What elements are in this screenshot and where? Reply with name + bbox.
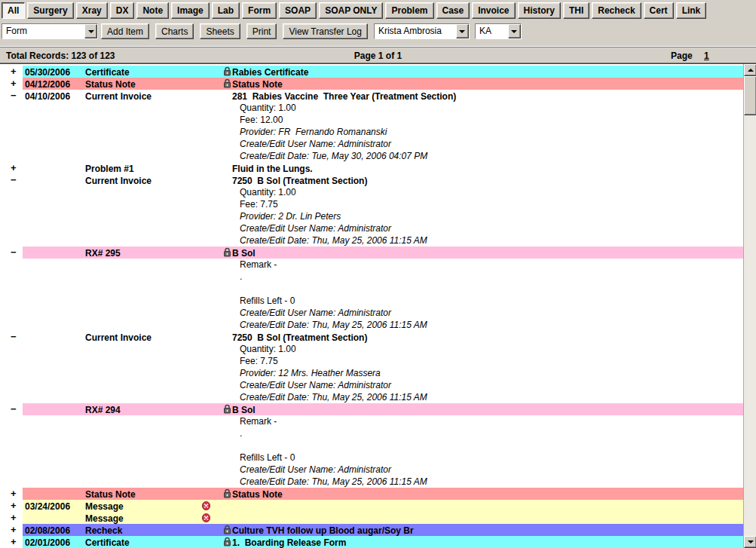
record: +04/12/2006Status NoteStatus Note xyxy=(0,78,743,90)
record-detail-line: Create/Edit Date: Tue, May 30, 2006 04:0… xyxy=(0,150,743,162)
record-title: Status Note xyxy=(232,488,283,501)
initials-select[interactable]: KA xyxy=(475,23,522,39)
category-tab-bar: AllSurgeryXrayDXNoteImageLabFormSOAPSOAP… xyxy=(0,0,756,21)
record-row-line[interactable]: 02/01/2006Certificate1. Boarding Release… xyxy=(23,536,743,548)
tab-surgery[interactable]: Surgery xyxy=(27,2,73,19)
record-row-line[interactable]: Message xyxy=(23,512,743,524)
collapse-icon[interactable]: − xyxy=(11,246,23,258)
record: −RX# 294B SolRemark -.Refills Left - 0Cr… xyxy=(0,403,743,488)
record-detail-line: Create/Edit User Name: Administrator xyxy=(0,222,743,234)
add-item-button[interactable]: Add Item xyxy=(101,23,149,39)
tab-dx[interactable]: DX xyxy=(110,2,135,19)
arrow-up-icon xyxy=(748,69,754,72)
record-title: Fluid in the Lungs. xyxy=(232,163,313,175)
tab-note[interactable]: Note xyxy=(136,2,169,19)
chevron-down-icon[interactable] xyxy=(508,24,521,38)
tab-form[interactable]: Form xyxy=(242,2,277,19)
record-row-line[interactable]: 02/08/2006RecheckCulture TVH follow up B… xyxy=(23,524,743,536)
collapse-icon[interactable]: − xyxy=(11,90,23,101)
record-detail-line: Quantity: 1.00 xyxy=(0,186,743,198)
lock-icon xyxy=(223,247,231,260)
expand-icon[interactable]: + xyxy=(11,78,23,89)
record-row-line[interactable]: 04/10/2006Current Invoice281 Rabies Vacc… xyxy=(23,90,743,102)
expand-icon[interactable]: + xyxy=(11,488,23,499)
tab-invoice[interactable]: Invoice xyxy=(472,2,515,19)
record-detail-line: Provider: 2 Dr. Lin Peters xyxy=(0,210,743,222)
record-row-line[interactable]: Status NoteStatus Note xyxy=(23,488,743,500)
charts-button[interactable]: Charts xyxy=(155,23,194,39)
record-row-line[interactable]: 05/30/2006CertificateRabies Certificate xyxy=(23,66,743,78)
staff-select[interactable]: Krista Ambrosia xyxy=(374,23,470,39)
secondary-toolbar: Form Add ItemChartsSheetsPrintView Trans… xyxy=(0,21,756,44)
record: +Problem #1Fluid in the Lungs. xyxy=(0,162,743,174)
record-row-line[interactable]: Current Invoice7250 B Sol (Treatment Sec… xyxy=(23,331,743,343)
record-type: Problem #1 xyxy=(85,163,134,175)
tab-problem[interactable]: Problem xyxy=(385,2,433,19)
record-detail-line xyxy=(0,283,743,295)
record-title: B Sol xyxy=(232,247,256,259)
expand-icon[interactable]: + xyxy=(11,500,23,511)
tab-thi[interactable]: THI xyxy=(563,2,589,19)
record-type: Message xyxy=(85,501,124,513)
record-date: 02/08/2006 xyxy=(25,525,70,537)
tab-case[interactable]: Case xyxy=(436,2,470,19)
record-type: RX# 295 xyxy=(85,247,121,259)
tab-link[interactable]: Link xyxy=(676,2,707,19)
record-detail-line xyxy=(0,439,743,452)
expand-icon[interactable]: + xyxy=(11,536,23,547)
chevron-down-icon[interactable] xyxy=(84,24,97,38)
record-detail-line: . xyxy=(0,427,743,439)
record: −RX# 295B SolRemark -.Refills Left - 0Cr… xyxy=(0,246,743,331)
record-date: 03/24/2006 xyxy=(25,501,70,513)
record-detail-line: Fee: 7.75 xyxy=(0,198,743,210)
tab-image[interactable]: Image xyxy=(171,2,210,19)
lock-icon xyxy=(223,404,231,417)
tab-all[interactable]: All xyxy=(2,2,25,19)
record-type: Current Invoice xyxy=(85,175,152,187)
record-date: 05/30/2006 xyxy=(25,66,70,78)
record-detail-line: Create/Edit Date: Thu, May 25, 2006 11:1… xyxy=(0,234,743,246)
record-type: Recheck xyxy=(85,525,122,537)
tab-recheck[interactable]: Recheck xyxy=(592,2,641,19)
expand-icon[interactable]: + xyxy=(11,66,23,77)
tab-xray[interactable]: Xray xyxy=(76,2,108,19)
expand-icon[interactable]: + xyxy=(11,162,23,173)
collapse-icon[interactable]: − xyxy=(11,403,23,415)
record-row-line[interactable]: RX# 295B Sol xyxy=(23,246,743,259)
tab-cert[interactable]: Cert xyxy=(644,2,674,19)
scroll-up-button[interactable] xyxy=(744,64,756,76)
record-title: 7250 B Sol (Treatment Section) xyxy=(232,175,367,187)
record-row-line[interactable]: 04/12/2006Status NoteStatus Note xyxy=(23,78,743,90)
toolbar2-buttons: Add ItemChartsSheetsPrintView Transfer L… xyxy=(101,23,368,39)
record-date: 04/10/2006 xyxy=(25,90,70,103)
scrollbar-thumb[interactable] xyxy=(744,76,756,115)
lock-icon xyxy=(223,537,231,548)
scroll-down-button[interactable] xyxy=(744,536,756,548)
collapse-icon[interactable]: − xyxy=(11,174,23,185)
tab-lab[interactable]: Lab xyxy=(212,2,240,19)
view-filter-select[interactable]: Form xyxy=(2,23,98,39)
record-detail-line: Create/Edit Date: Thu, May 25, 2006 11:1… xyxy=(0,319,743,331)
collapse-icon[interactable]: − xyxy=(11,331,23,342)
record-type: Current Invoice xyxy=(85,90,152,103)
tab-history[interactable]: History xyxy=(518,2,561,19)
initials-select-value: KA xyxy=(476,24,508,38)
expand-icon[interactable]: + xyxy=(11,524,23,535)
expand-icon[interactable]: + xyxy=(11,512,23,523)
view-transfer-log-button[interactable]: View Transfer Log xyxy=(283,23,368,39)
sheets-button[interactable]: Sheets xyxy=(200,23,240,39)
chevron-down-icon[interactable] xyxy=(456,24,469,38)
vertical-scrollbar[interactable] xyxy=(743,64,756,548)
record-title: 1. Boarding Release Form xyxy=(232,537,346,548)
tab-soap-only[interactable]: SOAP ONLY xyxy=(319,2,383,19)
record: +02/08/2006RecheckCulture TVH follow up … xyxy=(0,524,743,536)
tab-soap[interactable]: SOAP xyxy=(279,2,317,19)
print-button[interactable]: Print xyxy=(246,23,277,39)
record-row-line[interactable]: Current Invoice7250 B Sol (Treatment Sec… xyxy=(23,174,743,186)
record-title: Status Note xyxy=(232,78,283,90)
page-number-link[interactable]: 1 xyxy=(704,51,709,61)
record-row-line[interactable]: Problem #1Fluid in the Lungs. xyxy=(23,162,743,174)
status-bar: Total Records: 123 of 123 Page 1 of 1 Pa… xyxy=(0,47,756,63)
record-row-line[interactable]: RX# 294B Sol xyxy=(23,403,743,415)
record-row-line[interactable]: 03/24/2006Message xyxy=(23,500,743,512)
